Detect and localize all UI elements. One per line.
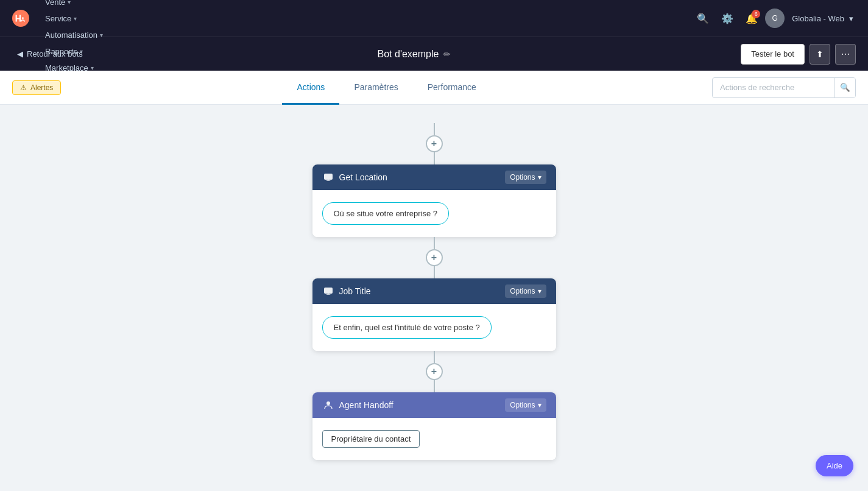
subheader: ◀ Retour aux bots Bot d'exemple ✏ Tester…	[0, 37, 868, 71]
connector-top	[434, 123, 435, 135]
options-chevron-icon-3: ▾	[538, 401, 542, 409]
get-location-body: Où se situe votre entreprise ?	[312, 190, 556, 237]
avatar-initial: G	[772, 14, 778, 23]
agent-handoff-options-button[interactable]: Options ▾	[505, 398, 546, 412]
svg-point-3	[326, 401, 330, 405]
search-area: 🔍	[712, 77, 856, 98]
search-nav-icon: 🔍	[697, 13, 709, 24]
nav-item-label-automatisation: Automatisation	[45, 30, 97, 40]
nav-chevron-rapports-icon: ▾	[80, 48, 83, 55]
connector-after-add-top	[434, 152, 435, 164]
more-options-button[interactable]: ⋯	[835, 44, 856, 65]
svg-rect-2	[324, 288, 333, 294]
tab-actions[interactable]: Actions	[282, 71, 339, 105]
get-location-title: Get Location	[339, 172, 387, 182]
toolbar: ⚠ Alertes Actions Paramètres Performance…	[0, 71, 868, 105]
settings-nav-button[interactable]: ⚙️	[716, 7, 738, 29]
settings-icon: ⚙️	[721, 13, 733, 24]
nav-chevron-automatisation-icon: ▾	[100, 32, 103, 38]
flow-canvas: + Get Location Options ▾	[0, 105, 868, 491]
options-chevron-icon-2: ▾	[538, 287, 542, 295]
options-chevron-icon-1: ▾	[538, 173, 542, 182]
connector-2	[434, 266, 435, 278]
share-button[interactable]: ⬆	[810, 44, 830, 65]
nav-item-automatisation[interactable]: Automatisation▾	[39, 27, 109, 43]
options-label-3: Options	[510, 401, 535, 409]
test-bot-button[interactable]: Tester le bot	[741, 44, 805, 65]
toolbar-tabs: Actions Paramètres Performance	[61, 71, 712, 104]
user-menu-chevron-icon: ▾	[849, 14, 853, 23]
options-label-1: Options	[510, 173, 535, 182]
tab-parametres[interactable]: Paramètres	[339, 71, 412, 105]
get-location-options-button[interactable]: Options ▾	[505, 171, 546, 184]
nav-chevron-service-icon: ▾	[74, 15, 77, 22]
nav-chevron-vente-icon: ▾	[68, 0, 71, 5]
node-get-location-title-area: Get Location	[322, 171, 387, 183]
tab-performance[interactable]: Performance	[413, 71, 491, 105]
nav-item-service[interactable]: Service▾	[39, 10, 109, 27]
agent-handoff-tag: Propriétaire du contact	[322, 430, 420, 448]
search-input[interactable]	[713, 83, 834, 92]
node-agent-handoff-title-area: Agent Handoff	[322, 399, 393, 411]
node-agent-handoff: Agent Handoff Options ▾ Propriétaire du …	[312, 392, 556, 460]
alerts-label: Alertes	[30, 83, 53, 92]
bot-title: Bot d'exemple	[378, 49, 439, 60]
subheader-actions: Tester le bot ⬆ ⋯	[741, 44, 856, 65]
back-arrow-icon: ◀	[17, 49, 23, 58]
user-avatar[interactable]: G	[765, 9, 785, 28]
help-button[interactable]: Aide	[816, 455, 853, 476]
svg-rect-1	[324, 174, 333, 180]
node-agent-handoff-header: Agent Handoff Options ▾	[312, 392, 556, 418]
nav-item-label-vente: Vente	[45, 0, 65, 7]
alerts-button[interactable]: ⚠ Alertes	[12, 80, 61, 95]
connector-1	[434, 237, 435, 249]
get-location-message: Où se situe votre entreprise ?	[322, 202, 450, 225]
alert-icon: ⚠	[20, 83, 27, 92]
search-button[interactable]: 🔍	[834, 77, 855, 98]
job-title-message: Et enfin, quel est l'intitulé de votre p…	[322, 316, 492, 339]
search-nav-button[interactable]: 🔍	[692, 7, 714, 29]
node-job-title-area: Job Title	[322, 285, 371, 297]
job-title-options-button[interactable]: Options ▾	[505, 284, 546, 298]
node-job-title: Job Title Options ▾ Et enfin, quel est l…	[312, 278, 556, 351]
edit-title-icon[interactable]: ✏	[443, 49, 451, 59]
bot-title-area: Bot d'exemple ✏	[95, 49, 733, 60]
options-label-2: Options	[510, 287, 535, 295]
search-box: 🔍	[712, 77, 856, 98]
notifications-button[interactable]: 🔔 6	[741, 7, 763, 29]
user-name-label: Globalia - Web	[792, 14, 844, 23]
tab-parametres-label: Paramètres	[354, 82, 398, 92]
add-node-button-1[interactable]: +	[426, 249, 443, 266]
node-job-title-header: Job Title Options ▾	[312, 278, 556, 304]
agent-handoff-body: Propriétaire du contact	[312, 418, 556, 460]
add-node-button-top[interactable]: +	[426, 135, 443, 152]
tab-actions-label: Actions	[297, 82, 325, 92]
nav-chevron-marketplace-icon: ▾	[91, 65, 94, 71]
nav-item-vente[interactable]: Vente▾	[39, 0, 109, 10]
top-navigation: Contacts▾Conversations▾Marketing▾Vente▾S…	[0, 0, 868, 37]
add-node-button-2[interactable]: +	[426, 363, 443, 380]
job-title-node-icon	[322, 285, 334, 297]
user-menu[interactable]: Globalia - Web ▾	[787, 12, 858, 26]
hubspot-logo[interactable]	[10, 7, 32, 29]
agent-handoff-node-icon	[322, 399, 334, 411]
connector-4	[434, 380, 435, 392]
agent-handoff-title: Agent Handoff	[339, 400, 393, 410]
get-location-node-icon	[322, 171, 334, 183]
job-title-title: Job Title	[339, 286, 371, 296]
nav-item-label-service: Service	[45, 14, 71, 23]
node-get-location: Get Location Options ▾ Où se situe votre…	[312, 164, 556, 237]
connector-3	[434, 351, 435, 363]
back-label: Retour aux bots	[27, 49, 83, 58]
node-get-location-header: Get Location Options ▾	[312, 164, 556, 190]
nav-icon-group: 🔍 ⚙️ 🔔 6 G Globalia - Web ▾	[692, 7, 858, 29]
back-button[interactable]: ◀ Retour aux bots	[12, 46, 88, 62]
notification-badge: 6	[752, 10, 760, 18]
flow-container: + Get Location Options ▾	[312, 117, 556, 460]
job-title-body: Et enfin, quel est l'intitulé de votre p…	[312, 304, 556, 351]
tab-performance-label: Performance	[428, 82, 476, 92]
search-icon: 🔍	[840, 83, 850, 92]
